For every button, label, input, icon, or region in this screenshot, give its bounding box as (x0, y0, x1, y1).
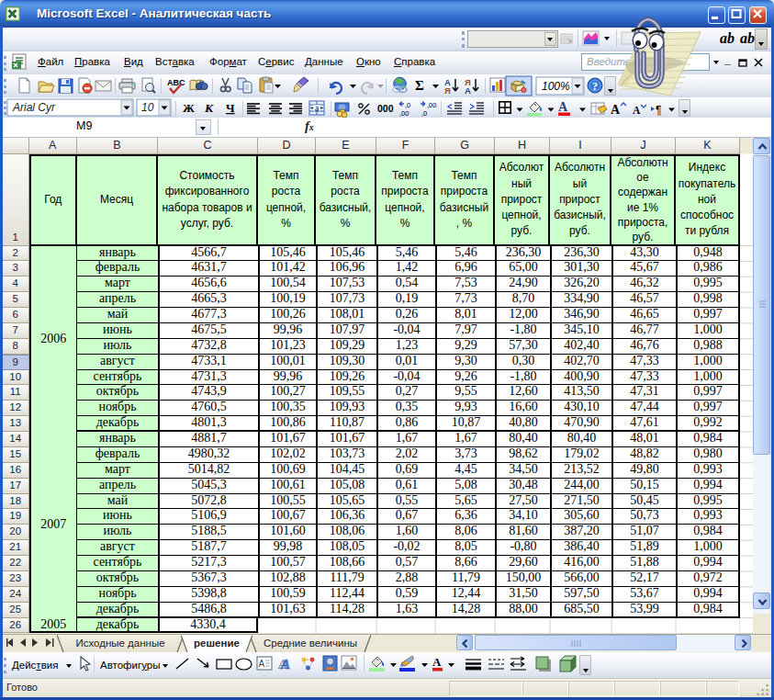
svg-text:Σ: Σ (415, 78, 424, 93)
svg-text:ab: ab (720, 30, 735, 46)
svg-text:A: A (280, 657, 290, 672)
svg-text:Arial Cyr: Arial Cyr (12, 101, 56, 114)
svg-text:,00: ,00 (427, 101, 436, 109)
svg-text:ABC: ABC (167, 78, 185, 87)
svg-text:Ч: Ч (226, 101, 235, 115)
svg-text:А: А (259, 659, 265, 669)
svg-text:¶: ¶ (656, 104, 661, 117)
svg-text:ab: ab (740, 30, 755, 46)
svg-text:?: ? (592, 80, 598, 93)
svg-text:,0: ,0 (421, 109, 427, 118)
svg-text:А: А (432, 655, 442, 669)
svg-text:Ж: Ж (183, 101, 195, 115)
svg-text:,0: ,0 (405, 101, 410, 109)
svg-text:A: A (611, 103, 621, 117)
svg-text:10: 10 (141, 101, 154, 114)
svg-text:Я: Я (444, 85, 451, 96)
svg-text:,00: ,00 (399, 109, 409, 118)
svg-text:100%: 100% (542, 80, 570, 93)
svg-text:А: А (465, 85, 471, 96)
svg-text:A: A (633, 105, 641, 116)
svg-text:К: К (204, 101, 214, 115)
svg-text:000: 000 (377, 103, 394, 114)
svg-text:А: А (558, 100, 568, 114)
